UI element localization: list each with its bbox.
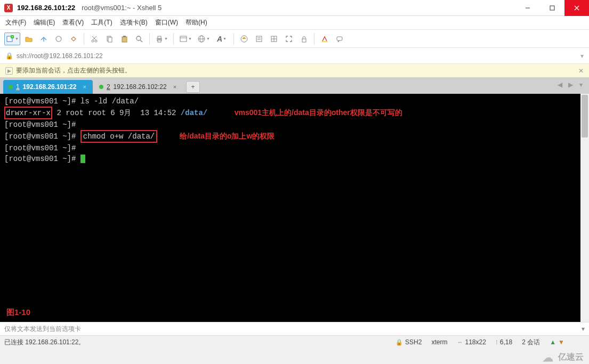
lock-button[interactable] [297,33,310,45]
chevron-down-icon: ▼ [188,37,192,41]
menu-tools[interactable]: 工具(T) [91,18,112,27]
svg-point-11 [95,40,97,42]
permission-highlight: drwxr-xr-x [4,107,52,119]
open-button[interactable] [22,33,35,45]
menu-window[interactable]: 窗口(W) [155,18,178,27]
menu-file[interactable]: 文件(F) [5,18,26,27]
address-url: ssh://root@192.168.26.101:22 [17,52,103,60]
status-term: xterm [431,338,447,346]
chevron-down-icon[interactable]: ▾ [582,325,585,333]
send-input-bar[interactable]: 仅将文本发送到当前选项卡 ▾ [0,322,589,336]
layout-button[interactable] [268,33,280,45]
toolbar: ▼ ▼ ▼ ▼ A▼ [0,30,589,48]
prompt: [root@vms001 ~]# [4,132,76,141]
tab-add-button[interactable]: + [186,81,200,93]
dir-name: /data/ [181,109,207,117]
svg-rect-23 [180,36,187,42]
toolbar-separator [149,33,150,45]
hint-text: 要添加当前会话，点击左侧的箭头按钮。 [16,66,131,75]
font-button[interactable]: A▼ [214,33,230,45]
pos-icon: ⁝ [496,339,498,346]
tab-num: 2 [107,83,110,91]
tab-num: 1 [16,83,20,91]
cursor [80,155,85,163]
cut-button[interactable] [88,33,101,45]
print-button[interactable]: ▼ [154,33,170,45]
session-tab-1[interactable]: 1 192.168.26.101:22 × [3,80,93,94]
menu-view[interactable]: 查看(V) [62,18,84,27]
tabsbar: 1 192.168.26.101:22 × 2 192.168.26.102:2… [0,78,589,94]
annotation-2: 给/data目录的o加上w的权限 [180,132,275,140]
arrow-hint-icon[interactable]: ▶ [5,67,13,75]
new-session-button[interactable]: ▼ [4,33,20,45]
status-connected: 已连接 192.168.26.101:22。 [4,338,85,347]
tab-label: 192.168.26.102:22 [114,83,167,91]
tab-nav: ◀ ▶ ▾ [555,80,586,90]
chevron-down-icon: ▼ [164,37,168,41]
minimize-button[interactable] [515,0,540,16]
highlight-button[interactable] [318,33,331,45]
status-size: ↔118x22 [457,338,486,346]
status-sessions: 2 会话 [522,338,540,347]
tab-prev-button[interactable]: ◀ [555,80,564,90]
svg-line-13 [92,36,96,40]
svg-rect-37 [337,37,342,41]
status-dot-icon [9,85,13,89]
watermark: ☁ 亿速云 [540,352,584,363]
svg-line-19 [140,40,142,42]
chevron-down-icon[interactable]: ▾ [580,52,584,60]
prompt: [root@vms001 ~]# [4,120,76,129]
tab-close-icon[interactable]: × [173,84,176,90]
lock-icon: 🔒 [396,339,403,346]
hint-close-icon[interactable]: ✕ [578,67,584,75]
properties-button[interactable]: ▼ [177,33,193,45]
copy-button[interactable] [103,33,116,45]
close-button[interactable] [564,0,589,16]
color-button[interactable] [238,33,251,45]
titlebar: X 192.168.26.101:22 root@vms001:~ - Xshe… [0,0,589,16]
terminal-scrollbar[interactable] [580,94,589,322]
menu-tabs[interactable]: 选项卡(B) [120,18,148,27]
terminal[interactable]: [root@vms001 ~]# ls -ld /data/ drwxr-xr-… [0,94,589,322]
title-ip: 192.168.26.101:22 [17,4,75,12]
prompt: [root@vms001 ~]# [4,97,76,106]
find-button[interactable] [133,33,146,45]
chevron-down-icon: ▼ [223,37,227,41]
tab-list-button[interactable]: ▾ [576,80,586,90]
fullscreen-button[interactable] [283,33,295,45]
prompt: [root@vms001 ~]# [4,155,76,163]
title-rest: root@vms001:~ - Xshell 5 [82,4,162,12]
menu-edit[interactable]: 编辑(E) [34,18,55,27]
paste-button[interactable] [118,33,131,45]
chevron-down-icon: ▼ [206,37,210,41]
window-controls [515,0,589,16]
menu-help[interactable]: 帮助(H) [185,18,207,27]
lock-icon: 🔒 [5,52,13,60]
figure-label: 图1-10 [6,307,30,318]
app-icon: X [4,4,13,12]
cmd-chmod: chmod o+w /data/ [83,132,155,141]
watermark-text: 亿速云 [558,352,584,363]
chat-button[interactable] [333,33,346,45]
status-pos: ⁝6,18 [496,338,512,346]
size-icon: ↔ [457,339,463,345]
encoding-button[interactable]: ▼ [196,33,212,45]
chmod-highlight: chmod o+w /data/ [80,130,157,143]
toolbar-separator [233,33,234,45]
transfer-button[interactable] [37,33,50,45]
session-tab-2[interactable]: 2 192.168.26.102:22 × [94,80,183,94]
scrollbar-thumb[interactable] [582,95,588,137]
ls-details: 2 root root 6 9月 13 14:52 [52,109,181,117]
addressbar[interactable]: 🔒 ssh://root@192.168.26.101:22 ▾ [0,48,589,64]
reconnect-button[interactable] [52,33,65,45]
disconnect-button[interactable] [67,33,80,45]
script-button[interactable] [253,33,265,45]
cmd-ls: ls -ld /data/ [80,97,139,106]
maximize-button[interactable] [540,0,564,16]
hintbar: ▶ 要添加当前会话，点击左侧的箭头按钮。 ✕ [0,64,589,78]
svg-line-12 [93,36,96,40]
svg-rect-36 [322,41,327,42]
tab-close-icon[interactable]: × [83,84,86,90]
svg-rect-21 [158,36,161,38]
tab-next-button[interactable]: ▶ [566,80,575,90]
